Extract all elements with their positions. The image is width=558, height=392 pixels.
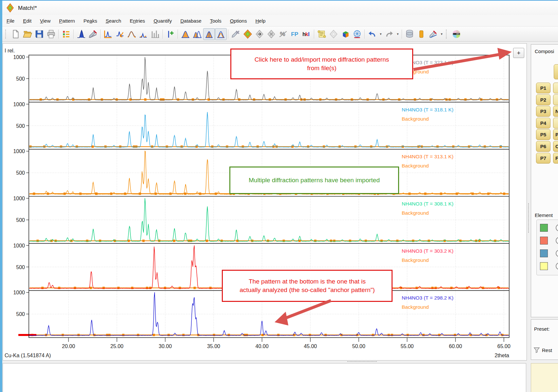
profile-peak-orange-icon[interactable]: [180, 28, 191, 40]
toolbar-separator: [178, 29, 178, 39]
vertical-splitter-handle[interactable]: [528, 203, 530, 233]
element-button-1[interactable]: [553, 83, 558, 93]
element-button-5[interactable]: P: [553, 129, 558, 140]
menu-item-view[interactable]: View: [36, 16, 55, 26]
settings-dropdown-icon[interactable]: ▼: [439, 28, 444, 40]
entry-delete-diamond-icon[interactable]: [265, 28, 277, 40]
background-marker: [454, 334, 456, 336]
menu-item-entries[interactable]: Entries: [125, 16, 149, 26]
zoom-fit-peak-icon[interactable]: [102, 28, 114, 40]
peak-search-icon[interactable]: [75, 28, 87, 40]
background-marker: [438, 334, 440, 336]
element-radio-3[interactable]: [556, 250, 558, 257]
background-marker: [471, 193, 474, 195]
profile-peak-double-icon[interactable]: [191, 28, 203, 40]
hkl-label-icon[interactable]: hkl: [301, 28, 313, 40]
pattern-button-p3[interactable]: P3: [536, 106, 550, 117]
background-marker: [114, 240, 116, 242]
element-radio-2[interactable]: [556, 237, 558, 244]
background-marker: [110, 193, 112, 195]
menu-item-edit[interactable]: Edit: [19, 16, 36, 26]
database-column-icon[interactable]: [415, 28, 427, 40]
background-marker: [153, 334, 155, 336]
background-marker: [496, 98, 498, 101]
background-marker: [298, 240, 301, 242]
zoom-region-peak-icon[interactable]: [114, 28, 126, 40]
analyze-diamond-icon[interactable]: [242, 28, 254, 40]
element-color-swatch-3[interactable]: [540, 249, 548, 257]
background-marker: [388, 334, 390, 336]
diffraction-pattern-chart[interactable]: 1000500NH4NO3 (T = 323.1 K)Background100…: [3, 43, 529, 361]
title-bar[interactable]: Match!*: [2, 1, 558, 15]
menu-bar: FileEditViewPatternPeaksSearchEntriesQua…: [2, 15, 558, 27]
element-button-7[interactable]: F: [553, 153, 558, 164]
y-tick-label-1000: 1000: [13, 243, 25, 248]
profile-peak-boxed-b-icon[interactable]: [215, 28, 227, 40]
pattern-button-p4[interactable]: P4: [536, 118, 550, 128]
menu-item-quantify[interactable]: Quantify: [149, 16, 176, 26]
menu-item-options[interactable]: Options: [226, 16, 251, 26]
element-button-2[interactable]: [553, 94, 558, 105]
element-button-4[interactable]: [553, 118, 558, 128]
structure-wheel-icon[interactable]: [351, 28, 363, 40]
entry-arrow-diamond-icon[interactable]: [254, 28, 265, 40]
background-marker: [338, 146, 341, 148]
database-manager-icon[interactable]: [404, 28, 415, 40]
unit-cell-cube-icon[interactable]: [339, 28, 351, 40]
background-marker: [494, 240, 496, 242]
retrieval-tools-icon[interactable]: [230, 28, 242, 40]
save-file-icon[interactable]: [33, 28, 45, 40]
pattern-button-p7[interactable]: P7: [536, 153, 550, 164]
element-button-3[interactable]: N: [553, 106, 558, 117]
menu-item-file[interactable]: File: [2, 16, 19, 26]
open-file-icon[interactable]: [22, 28, 33, 40]
background-marker: [108, 334, 110, 336]
y-tick-label-500: 500: [16, 265, 25, 270]
menu-item-peaks[interactable]: Peaks: [79, 16, 102, 26]
redo-icon[interactable]: [383, 28, 395, 40]
menu-item-database[interactable]: Database: [176, 16, 206, 26]
match-logo-icon: [6, 3, 15, 12]
element-color-swatch-4[interactable]: [540, 262, 548, 270]
pattern-label-2: NH4NO3 (T = 318.1 K): [402, 107, 453, 112]
restraints-row[interactable]: Rest: [533, 347, 552, 353]
element-radio-1[interactable]: [556, 224, 558, 231]
background-marker: [79, 193, 82, 195]
composition-top-button[interactable]: 1: [554, 64, 558, 79]
menu-item-tools[interactable]: Tools: [206, 16, 226, 26]
print-icon[interactable]: [45, 28, 57, 40]
y-tick-label-1000: 1000: [13, 196, 25, 201]
undo-dropdown-icon[interactable]: ▼: [378, 28, 383, 40]
settings-tools-icon[interactable]: [427, 28, 439, 40]
pattern-button-p2[interactable]: P2: [536, 94, 550, 105]
smooth-data-peak-icon[interactable]: [126, 28, 138, 40]
pattern-list-icon[interactable]: [60, 28, 72, 40]
subtract-peaks-icon[interactable]: [138, 28, 149, 40]
menu-item-pattern[interactable]: Pattern: [55, 16, 79, 26]
menu-item-search[interactable]: Search: [101, 16, 125, 26]
raw-bars-icon[interactable]: [149, 28, 161, 40]
profile-peak-boxed-a-icon[interactable]: [203, 28, 215, 40]
quantify-percent-icon[interactable]: %: [277, 28, 289, 40]
redo-dropdown-icon[interactable]: ▼: [395, 28, 400, 40]
add-peak-icon[interactable]: [164, 28, 176, 40]
color-scheme-globe-icon[interactable]: [451, 28, 462, 40]
element-button-6[interactable]: C: [553, 141, 558, 152]
element-radio-4[interactable]: [556, 263, 558, 270]
background-marker: [179, 287, 181, 289]
pattern-button-p6[interactable]: P6: [536, 141, 550, 152]
undo-icon[interactable]: [366, 28, 378, 40]
pattern-button-p1[interactable]: P1: [536, 83, 550, 93]
background-marker: [151, 146, 153, 148]
element-color-swatch-1[interactable]: [540, 224, 548, 232]
preview-diamond-icon[interactable]: [328, 28, 339, 40]
background-label-2: Background: [402, 116, 429, 122]
new-file-icon[interactable]: [10, 28, 22, 40]
fp-label-icon[interactable]: FP: [289, 28, 301, 40]
element-color-swatch-2[interactable]: [540, 237, 548, 245]
menu-item-help[interactable]: Help: [251, 16, 270, 26]
peak-edit-tools-icon[interactable]: [87, 28, 99, 40]
report-scroll-icon[interactable]: [316, 28, 328, 40]
add-pattern-button[interactable]: +: [513, 48, 524, 58]
pattern-button-p5[interactable]: P5: [536, 129, 550, 140]
